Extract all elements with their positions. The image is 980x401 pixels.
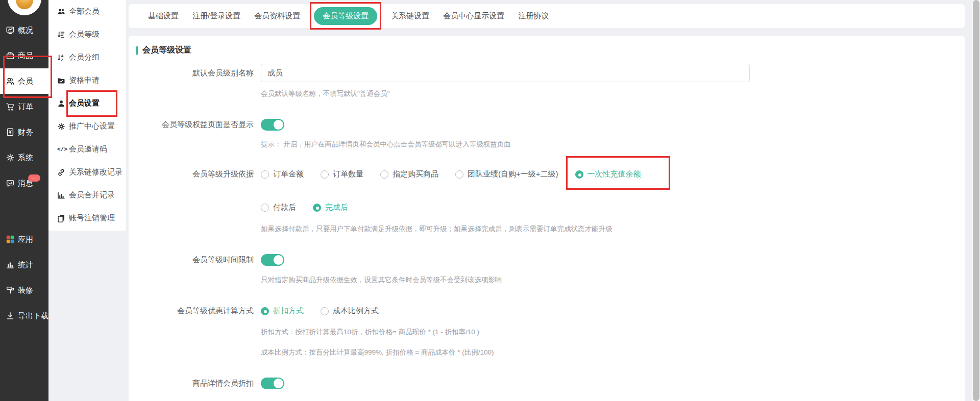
apps-icon bbox=[6, 235, 15, 244]
discount-mode-help2: 成本比例方式：按百分比计算最高999%, 折扣价格 = 商品成本价 * (比例/… bbox=[261, 348, 965, 357]
detail-discount-toggle[interactable] bbox=[261, 378, 284, 389]
default-level-name-label: 默认会员级别名称 bbox=[129, 68, 254, 78]
radio-cost-ratio-mode[interactable]: 成本比例方式 bbox=[321, 306, 379, 316]
toggle-knob bbox=[274, 379, 283, 388]
radio-circle bbox=[380, 170, 388, 179]
radio-label: 指定购买商品 bbox=[393, 169, 438, 179]
radio-discount-mode[interactable]: 折扣方式 bbox=[261, 306, 304, 316]
submenu-item-label: 会员分组 bbox=[69, 53, 100, 62]
section-title-text: 会员等级设置 bbox=[142, 45, 191, 56]
sidebar-item-member[interactable]: 会员 bbox=[0, 68, 48, 94]
submenu-item-member-settings[interactable]: 会员设置 bbox=[48, 92, 126, 115]
submenu-item-qualification[interactable]: 资格申请 bbox=[48, 69, 126, 92]
order-icon bbox=[6, 102, 15, 111]
submenu-item-label: 会员等级 bbox=[69, 30, 100, 39]
sidebar-item-label: 概况 bbox=[18, 26, 33, 35]
section-title: 会员等级设置 bbox=[136, 45, 965, 56]
content-card: 会员等级设置 默认会员级别名称 会员默认等级名称，不填写默认"普通会员" 会员等… bbox=[129, 36, 965, 401]
message-icon bbox=[6, 179, 15, 188]
sidebar-item-overview[interactable]: 概况 bbox=[0, 17, 48, 43]
radio-order-amount[interactable]: 订单金额 bbox=[261, 169, 304, 179]
sidebar-item-system[interactable]: 系统 bbox=[0, 145, 48, 170]
benefit-page-toggle[interactable] bbox=[261, 119, 284, 131]
radio-label: 订单金额 bbox=[273, 169, 304, 179]
decorate-icon bbox=[6, 286, 15, 295]
benefit-page-label: 会员等级权益页面是否显示 bbox=[129, 120, 254, 130]
sidebar-item-label: 装修 bbox=[18, 286, 33, 295]
radio-team-performance[interactable]: 团队业绩(自购+一级+二级) bbox=[455, 169, 558, 179]
time-limit-toggle[interactable] bbox=[261, 254, 284, 266]
submenu-item-label: 会员设置 bbox=[69, 98, 100, 108]
radio-label: 成本比例方式 bbox=[333, 306, 379, 316]
tab-relation-chain-settings[interactable]: 关系链设置 bbox=[391, 11, 429, 21]
settings-tab-bar: 基础设置 注册/登录设置 会员资料设置 会员等级设置 关系链设置 会员中心显示设… bbox=[129, 4, 965, 28]
submenu-item-member-level[interactable]: 会员等级 bbox=[48, 23, 126, 46]
radio-specified-product[interactable]: 指定购买商品 bbox=[380, 169, 438, 179]
time-limit-row: 会员等级时间限制 bbox=[129, 254, 965, 266]
stats-icon bbox=[6, 260, 15, 269]
submenu-item-all-members[interactable]: 全部会员 bbox=[48, 0, 126, 23]
page-scrollbar[interactable] bbox=[972, 0, 980, 401]
radio-circle bbox=[261, 307, 269, 315]
radio-circle bbox=[261, 170, 269, 179]
member-level-settings-page: 概况 商品 会员 订单 财务 系统 消息 ... bbox=[0, 0, 980, 401]
sidebar-item-decorate[interactable]: 装修 bbox=[0, 278, 48, 303]
member-level-icon bbox=[57, 31, 65, 39]
submenu-item-account-cancellation[interactable]: 账号注销管理 bbox=[48, 207, 126, 230]
finance-icon bbox=[6, 128, 15, 137]
tab-member-level-settings[interactable]: 会员等级设置 bbox=[314, 7, 377, 25]
radio-circle bbox=[321, 307, 329, 315]
submenu-item-merge-record[interactable]: 会员合并记录 bbox=[48, 184, 126, 207]
sidebar-item-apps[interactable]: 应用 bbox=[0, 227, 48, 252]
radio-order-quantity[interactable]: 订单数量 bbox=[321, 169, 363, 179]
detail-discount-row: 商品详情会员折扣 bbox=[129, 378, 965, 389]
radio-one-time-recharge[interactable]: 一次性充值余额 bbox=[575, 169, 641, 179]
sidebar-item-message[interactable]: 消息 ... bbox=[0, 170, 48, 196]
sidebar-item-label: 会员 bbox=[18, 77, 33, 86]
radio-circle bbox=[261, 204, 269, 212]
tab-member-profile-settings[interactable]: 会员资料设置 bbox=[254, 11, 300, 21]
system-icon bbox=[6, 153, 15, 162]
radio-label: 完成后 bbox=[325, 203, 348, 212]
radio-label: 订单数量 bbox=[333, 169, 363, 179]
sidebar-item-export-download[interactable]: 导出下载 bbox=[0, 303, 48, 329]
sidebar-item-finance[interactable]: 财务 bbox=[0, 119, 48, 145]
radio-circle bbox=[455, 170, 463, 179]
promotion-settings-icon bbox=[57, 122, 65, 131]
avatar[interactable] bbox=[0, 0, 48, 17]
qualification-icon bbox=[57, 77, 65, 85]
submenu-item-relation-chain-log[interactable]: 关系链修改记录 bbox=[48, 161, 126, 184]
discount-mode-label: 会员等级优惠计算方式 bbox=[129, 306, 254, 316]
upgrade-timing-row: 付款后 完成后 bbox=[129, 203, 965, 212]
radio-label: 折扣方式 bbox=[273, 306, 304, 316]
product-icon bbox=[6, 51, 15, 60]
sidebar-item-label: 财务 bbox=[18, 128, 33, 137]
message-badge: ... bbox=[28, 174, 40, 182]
submenu-item-invite-code[interactable]: </> 会员邀请码 bbox=[48, 138, 126, 161]
submenu-item-label: 账号注销管理 bbox=[69, 213, 115, 223]
tab-register-login-settings[interactable]: 注册/登录设置 bbox=[192, 11, 240, 21]
submenu-item-label: 推广中心设置 bbox=[69, 121, 115, 131]
tab-member-center-display-settings[interactable]: 会员中心显示设置 bbox=[443, 11, 504, 21]
sidebar-item-label: 应用 bbox=[18, 235, 33, 244]
submenu-item-member-group[interactable]: AZ 会员分组 bbox=[48, 46, 126, 69]
radio-label: 团队业绩(自购+一级+二级) bbox=[468, 169, 558, 179]
submenu-item-label: 会员合并记录 bbox=[69, 190, 115, 200]
sidebar-item-product[interactable]: 商品 bbox=[0, 43, 48, 68]
submenu-item-promotion-center[interactable]: 推广中心设置 bbox=[48, 115, 126, 138]
sidebar-item-stats[interactable]: 统计 bbox=[0, 252, 48, 278]
radio-after-completion[interactable]: 完成后 bbox=[313, 203, 348, 212]
tab-basic-settings[interactable]: 基础设置 bbox=[148, 11, 179, 21]
radio-circle bbox=[321, 170, 329, 179]
sidebar-item-order[interactable]: 订单 bbox=[0, 94, 48, 119]
radio-after-payment[interactable]: 付款后 bbox=[261, 203, 296, 212]
submenu-item-label: 会员邀请码 bbox=[69, 144, 107, 154]
default-level-name-input[interactable] bbox=[261, 64, 750, 82]
time-limit-label: 会员等级时间限制 bbox=[129, 255, 254, 265]
tab-registration-agreement[interactable]: 注册协议 bbox=[518, 11, 549, 21]
benefit-page-help: 提示： 开启，用户在商品详情页和会员中心点击会员等级都可以进入等级权益页面 bbox=[261, 140, 965, 149]
member-settings-icon bbox=[57, 99, 65, 108]
sidebar-item-label: 商品 bbox=[18, 51, 33, 61]
sidebar-item-label: 订单 bbox=[18, 102, 33, 112]
scrollbar-thumb[interactable] bbox=[973, 0, 979, 401]
